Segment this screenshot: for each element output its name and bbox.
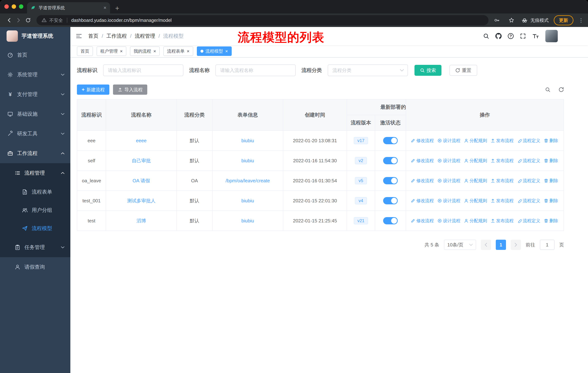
process-name-input[interactable] <box>215 64 296 76</box>
tab-close-icon[interactable]: × <box>104 5 106 10</box>
sidebar-item-process-form[interactable]: 流程表单 <box>0 183 70 201</box>
window-close-button[interactable] <box>4 4 9 9</box>
search-icon[interactable] <box>483 33 489 39</box>
action-edit-link[interactable]: 修改流程 <box>411 218 434 224</box>
sidebar-item-process-model[interactable]: 流程模型 <box>0 219 70 238</box>
action-assign-rule-link[interactable]: 分配规则 <box>464 198 487 204</box>
reload-button[interactable] <box>23 16 33 25</box>
form-info-link[interactable]: biubiu <box>241 158 254 163</box>
incognito-badge[interactable]: 无痕模式 <box>521 17 549 23</box>
page-jump-input[interactable] <box>540 240 555 250</box>
action-design-link[interactable]: 设计流程 <box>437 138 460 143</box>
process-name-link[interactable]: 测试多审批人 <box>127 198 156 204</box>
tag-my-process[interactable]: 我的流程 × <box>130 46 160 56</box>
process-name-link[interactable]: 自己审批 <box>132 158 151 164</box>
action-edit-link[interactable]: 修改流程 <box>411 178 434 184</box>
tag-tenant-management[interactable]: 租户管理 × <box>97 46 126 56</box>
sidebar-item-task-management[interactable]: 任务管理 <box>0 238 70 257</box>
action-publish-link[interactable]: 发布流程 <box>491 158 514 163</box>
process-name-link[interactable]: eeee <box>136 138 147 143</box>
action-publish-link[interactable]: 发布流程 <box>491 138 514 143</box>
github-icon[interactable] <box>495 33 502 39</box>
active-toggle[interactable] <box>383 177 398 184</box>
action-edit-link[interactable]: 修改流程 <box>411 158 434 163</box>
action-assign-rule-link[interactable]: 分配规则 <box>464 218 487 224</box>
action-edit-link[interactable]: 修改流程 <box>411 138 434 143</box>
action-delete-link[interactable]: 删除 <box>544 158 558 163</box>
sidebar-item-workflow[interactable]: 工作流程 <box>0 143 70 163</box>
action-definition-link[interactable]: 流程定义 <box>517 198 540 204</box>
sidebar-item-devtools[interactable]: 研发工具 <box>0 124 70 143</box>
category-select[interactable]: 流程分类 <box>328 64 408 76</box>
help-icon[interactable]: ? <box>508 33 514 39</box>
toggle-search-button[interactable] <box>545 87 550 92</box>
sidebar-item-system[interactable]: 系统管理 <box>0 65 70 84</box>
fullscreen-icon[interactable] <box>520 33 526 39</box>
sidebar-item-leave-query[interactable]: 请假查询 <box>0 257 70 277</box>
action-delete-link[interactable]: 删除 <box>544 178 558 184</box>
tag-close-icon[interactable]: × <box>153 49 156 53</box>
tag-home[interactable]: 首页 <box>77 46 93 56</box>
action-delete-link[interactable]: 删除 <box>544 138 558 143</box>
process-name-link[interactable]: 滔博 <box>136 218 146 224</box>
tag-close-icon[interactable]: × <box>187 49 189 53</box>
window-zoom-button[interactable] <box>19 4 23 9</box>
active-toggle[interactable] <box>383 217 398 224</box>
action-edit-link[interactable]: 修改流程 <box>411 198 434 204</box>
refresh-table-button[interactable] <box>558 87 564 92</box>
browser-update-button[interactable]: 更新 <box>554 15 573 25</box>
address-bar[interactable]: 不安全 dashboard.yudao.iocoder.cn/bpm/manag… <box>36 15 488 25</box>
browser-tab[interactable]: 芋道管理系统 × <box>27 2 110 13</box>
action-design-link[interactable]: 设计流程 <box>437 198 460 204</box>
action-assign-rule-link[interactable]: 分配规则 <box>464 138 487 143</box>
process-name-link[interactable]: OA 请假 <box>133 178 150 184</box>
action-definition-link[interactable]: 流程定义 <box>517 158 540 163</box>
action-delete-link[interactable]: 删除 <box>544 218 558 224</box>
font-size-icon[interactable] <box>532 33 539 39</box>
action-publish-link[interactable]: 发布流程 <box>491 198 514 204</box>
sidebar-toggle-button[interactable] <box>75 33 82 40</box>
back-button[interactable] <box>4 16 14 25</box>
bookmark-star-icon[interactable] <box>507 16 516 25</box>
active-toggle[interactable] <box>383 157 398 164</box>
sidebar-item-home[interactable]: 首页 <box>0 45 70 65</box>
action-design-link[interactable]: 设计流程 <box>437 218 460 224</box>
sidebar-item-payment[interactable]: ¥ 支付管理 <box>0 84 70 104</box>
app-logo[interactable]: 芋道管理系统 <box>0 27 70 45</box>
tag-close-icon[interactable]: × <box>120 49 123 53</box>
tag-process-form[interactable]: 流程表单 × <box>163 46 193 56</box>
create-process-button[interactable]: + 新建流程 <box>77 84 109 95</box>
breadcrumb-process-management[interactable]: 流程管理 <box>135 33 155 40</box>
action-publish-link[interactable]: 发布流程 <box>491 178 514 184</box>
action-assign-rule-link[interactable]: 分配规则 <box>464 158 487 163</box>
sidebar-item-infrastructure[interactable]: 基础设施 <box>0 104 70 124</box>
form-info-link[interactable]: biubiu <box>241 198 254 204</box>
prev-page-button[interactable] <box>481 240 491 250</box>
form-info-link[interactable]: biubiu <box>241 138 254 143</box>
forward-button[interactable] <box>14 16 23 25</box>
browser-menu-icon[interactable]: ⋮ <box>578 17 584 23</box>
action-delete-link[interactable]: 删除 <box>544 198 558 204</box>
tag-process-model[interactable]: 流程模型 × <box>197 46 232 56</box>
next-page-button[interactable] <box>511 240 521 250</box>
action-definition-link[interactable]: 流程定义 <box>517 178 540 184</box>
breadcrumb-workflow[interactable]: 工作流程 <box>106 33 127 40</box>
search-button[interactable]: 搜索 <box>414 65 441 76</box>
password-key-icon[interactable] <box>492 16 502 25</box>
action-design-link[interactable]: 设计流程 <box>437 178 460 184</box>
action-design-link[interactable]: 设计流程 <box>437 158 460 163</box>
breadcrumb-home[interactable]: 首页 <box>88 33 98 40</box>
active-toggle[interactable] <box>383 197 398 204</box>
action-assign-rule-link[interactable]: 分配规则 <box>464 178 487 184</box>
new-tab-button[interactable]: + <box>115 5 119 12</box>
page-size-select[interactable]: 10条/页 <box>444 240 476 250</box>
sidebar-item-process-management[interactable]: 流程管理 <box>0 163 70 183</box>
window-minimize-button[interactable] <box>12 4 16 9</box>
form-info-link[interactable]: biubiu <box>241 218 254 224</box>
form-info-link[interactable]: /bpm/oa/leave/create <box>226 178 270 184</box>
process-key-input[interactable] <box>103 64 183 76</box>
reset-button[interactable]: 重置 <box>450 65 477 76</box>
action-definition-link[interactable]: 流程定义 <box>517 138 540 143</box>
sidebar-item-user-group[interactable]: 用户分组 <box>0 201 70 219</box>
current-page-button[interactable]: 1 <box>496 240 506 250</box>
